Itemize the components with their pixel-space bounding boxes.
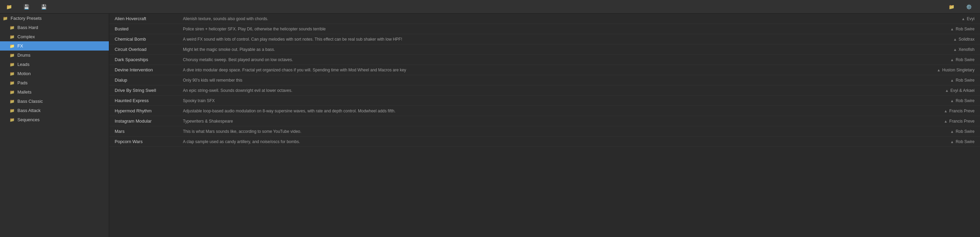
author-icon: ▲ [945, 88, 948, 93]
author-icon: ▲ [950, 140, 954, 144]
file-name: Hypermod Rhythm [115, 108, 183, 114]
author-icon: ▲ [950, 130, 954, 133]
author-icon: ▲ [950, 58, 954, 62]
sidebar-item-label: Drums [18, 53, 30, 58]
file-description: Adjustable loop-based audio modulation o… [183, 109, 906, 114]
folder-icon: 📁 [10, 71, 15, 76]
file-author: ▲Xenofish [906, 47, 975, 52]
sidebar-item-motion[interactable]: 📁Motion [0, 69, 109, 78]
file-author: ▲Francis Preve [906, 109, 975, 114]
sidebar-item-pads[interactable]: 📁Pads [0, 78, 109, 87]
sidebar-item-label: Bass Hard [18, 25, 38, 30]
file-author: ▲Rob Swire [906, 58, 975, 62]
file-description: Only 90's kids will remember this [183, 78, 906, 83]
table-row[interactable]: Circuit OverloadMight let the magic smok… [109, 45, 980, 54]
open-in-finder-icon: 📁 [948, 4, 955, 10]
table-row[interactable]: Chemical BombA weird FX sound with lots … [109, 34, 980, 45]
folder-icon: 📁 [10, 99, 15, 104]
sidebar-item-bass-attack[interactable]: 📁Bass Attack [0, 106, 109, 115]
file-description: Spooky train SFX [183, 98, 906, 103]
author-icon: ▲ [950, 99, 954, 103]
change-preset-folder-icon: ⚙️ [966, 4, 972, 10]
toolbar: 📁 💾 💾 📁 ⚙️ [0, 0, 980, 14]
author-name: Huston Singletary [942, 67, 975, 72]
change-preset-folder-button[interactable]: ⚙️ [964, 3, 976, 11]
save-button[interactable]: 💾 [39, 3, 51, 11]
file-description: Might let the magic smoke out. Playable … [183, 47, 906, 52]
file-name: Instagram Modular [115, 119, 183, 123]
author-name: Rob Swire [956, 129, 975, 134]
sidebar-item-label: Bass Classic [18, 99, 43, 104]
save-icon: 💾 [41, 4, 47, 10]
table-row[interactable]: Instagram ModularTypewriters & Shakespea… [109, 116, 980, 127]
table-row[interactable]: Hypermod RhythmAdjustable loop-based aud… [109, 106, 980, 116]
author-name: Rob Swire [956, 78, 975, 83]
table-row[interactable]: Popcorn WarsA clap sample used as candy … [109, 137, 980, 147]
author-name: Rob Swire [956, 58, 975, 62]
sidebar-item-mallets[interactable]: 📁Mallets [0, 87, 109, 97]
file-name: Chemical Bomb [115, 37, 183, 42]
author-name: Rob Swire [956, 139, 975, 144]
file-author: ▲Evyi & Arkaei [906, 88, 975, 93]
sidebar-item-label: Leads [18, 62, 29, 67]
file-name: Circuit Overload [115, 47, 183, 52]
file-author: ▲Solidtrax [906, 37, 975, 42]
folder-icon: 📁 [10, 108, 15, 113]
folder-icon: 📁 [10, 117, 15, 122]
file-author: ▲Rob Swire [906, 139, 975, 144]
author-name: Xenofish [958, 47, 975, 52]
file-name: Dialup [115, 77, 183, 83]
sidebar-item-bass-hard[interactable]: 📁Bass Hard [0, 23, 109, 32]
table-row[interactable]: Alien HovercraftAlienish texture, sounds… [109, 14, 980, 24]
sidebar-item-complex[interactable]: 📁Complex [0, 32, 109, 41]
file-description: This is what Mars sounds like, according… [183, 129, 906, 134]
sidebar-item-label: FX [18, 43, 23, 48]
sidebar-item-leads[interactable]: 📁Leads [0, 60, 109, 69]
save-as-icon: 💾 [24, 4, 29, 10]
folder-icon: 📁 [10, 81, 15, 85]
table-row[interactable]: Dark SpaceshipsChorusy metallic sweep. B… [109, 54, 980, 65]
folder-icon: 📁 [10, 62, 15, 67]
file-name: Mars [115, 129, 183, 134]
main-content: 📁Factory Presets📁Bass Hard📁Complex📁FX📁Dr… [0, 14, 980, 237]
author-icon: ▲ [953, 37, 957, 41]
author-name: Evyi & Arkaei [950, 88, 975, 93]
sidebar-item-drums[interactable]: 📁Drums [0, 51, 109, 60]
sidebar-item-factory-presets[interactable]: 📁Factory Presets [0, 14, 109, 23]
file-description: A weird FX sound with lots of control. C… [183, 37, 906, 42]
file-description: Police siren + helicopter SFX. Play D6, … [183, 27, 906, 31]
file-name: Haunted Express [115, 98, 183, 103]
sidebar-item-fx[interactable]: 📁FX [0, 41, 109, 51]
file-author: ▲Evyi [906, 16, 975, 21]
table-row[interactable]: DialupOnly 90's kids will remember this▲… [109, 75, 980, 85]
file-author: ▲Huston Singletary [906, 67, 975, 72]
file-description: Alienish texture, sounds also good with … [183, 16, 906, 21]
folder-icon: 📁 [10, 44, 15, 48]
table-row[interactable]: MarsThis is what Mars sounds like, accor… [109, 127, 980, 137]
table-row[interactable]: BustedPolice siren + helicopter SFX. Pla… [109, 24, 980, 34]
sidebar-item-bass-classic[interactable]: 📁Bass Classic [0, 97, 109, 106]
new-folder-button[interactable]: 📁 [4, 3, 16, 11]
author-icon: ▲ [944, 109, 948, 113]
file-author: ▲Francis Preve [906, 119, 975, 123]
file-list: Alien HovercraftAlienish texture, sounds… [109, 14, 980, 237]
sidebar-item-label: Factory Presets [11, 16, 41, 21]
table-row[interactable]: Haunted ExpressSpooky train SFX▲Rob Swir… [109, 96, 980, 106]
table-row[interactable]: Devine InterventionA dive into modular d… [109, 65, 980, 75]
file-description: A dive into modular deep space. Fractal … [183, 67, 906, 72]
sidebar-item-label: Complex [18, 34, 35, 39]
author-name: Francis Preve [949, 109, 975, 114]
file-name: Busted [115, 26, 183, 31]
author-icon: ▲ [950, 27, 954, 31]
save-as-button[interactable]: 💾 [22, 3, 33, 11]
sidebar-item-label: Pads [18, 80, 28, 85]
folder-icon: 📁 [10, 90, 15, 94]
author-icon: ▲ [953, 48, 957, 51]
file-description: Chorusy metallic sweep. Best played arou… [183, 58, 906, 62]
sidebar-item-sequences[interactable]: 📁Sequences [0, 115, 109, 124]
open-in-finder-button[interactable]: 📁 [947, 3, 958, 11]
table-row[interactable]: Drive By String SwellAn epic string-swel… [109, 85, 980, 96]
file-description: An epic string-swell. Sounds downright e… [183, 88, 906, 93]
folder-icon: 📁 [10, 53, 15, 58]
author-icon: ▲ [944, 119, 948, 123]
